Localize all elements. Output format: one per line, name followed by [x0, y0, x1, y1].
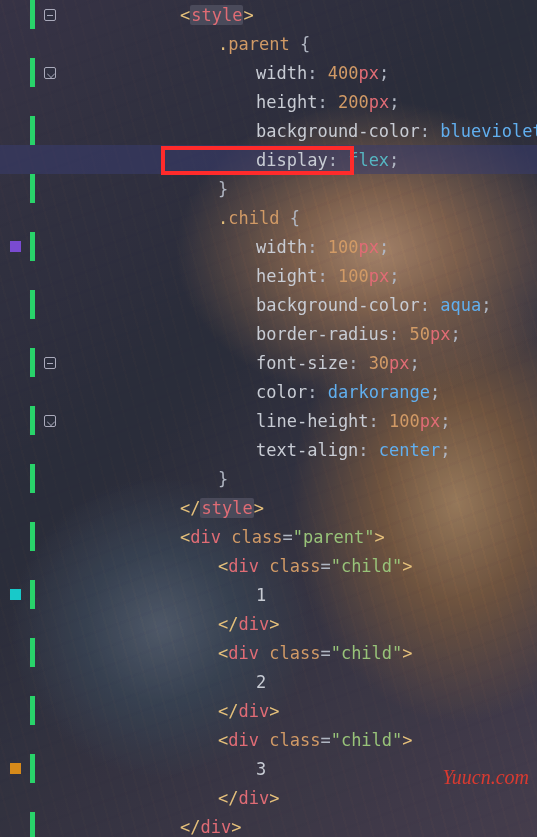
code-line: <style>	[0, 0, 537, 29]
code-content[interactable]: </div>	[0, 817, 241, 837]
code-line: color: darkorange;	[0, 377, 537, 406]
fold-collapse-icon[interactable]	[44, 9, 56, 21]
code-content[interactable]: <div class="child">	[0, 730, 413, 750]
fold-slot[interactable]	[35, 9, 65, 21]
code-line: text-align: center;	[0, 435, 537, 464]
code-line: width: 100px;	[0, 232, 537, 261]
code-line: .child {	[0, 203, 537, 232]
code-line: </div>	[0, 696, 537, 725]
code-content[interactable]: line-height: 100px;	[0, 411, 451, 431]
code-line: background-color: blueviolet;	[0, 116, 537, 145]
code-content[interactable]: <div class="child">	[0, 556, 413, 576]
code-content[interactable]: background-color: blueviolet;	[0, 121, 537, 141]
code-content[interactable]: 3	[0, 759, 266, 779]
code-content[interactable]: text-align: center;	[0, 440, 451, 460]
code-lines-container: <style>.parent {width: 400px;height: 200…	[0, 0, 537, 837]
code-line: background-color: aqua;	[0, 290, 537, 319]
code-content[interactable]: <div class="child">	[0, 643, 413, 663]
code-line: </div>	[0, 812, 537, 837]
code-content[interactable]: <div class="parent">	[0, 527, 385, 547]
code-line: height: 200px;	[0, 87, 537, 116]
code-content[interactable]: </div>	[0, 788, 279, 808]
code-line: .parent {	[0, 29, 537, 58]
code-line: display: flex;	[0, 145, 537, 174]
code-line: }	[0, 464, 537, 493]
code-content[interactable]: </div>	[0, 614, 279, 634]
code-line: font-size: 30px;	[0, 348, 537, 377]
code-content[interactable]: </style>	[0, 498, 264, 518]
code-content[interactable]: .child {	[0, 208, 300, 228]
code-content[interactable]: 2	[0, 672, 266, 692]
code-line: </style>	[0, 493, 537, 522]
code-content[interactable]: background-color: aqua;	[0, 295, 491, 315]
gutter-cell	[0, 0, 66, 29]
code-line: line-height: 100px;	[0, 406, 537, 435]
code-line: <div class="child">	[0, 725, 537, 754]
code-line: <div class="child">	[0, 551, 537, 580]
watermark: Yuucn.com	[443, 766, 529, 789]
code-content[interactable]: width: 400px;	[0, 63, 389, 83]
code-content[interactable]: }	[0, 179, 228, 199]
code-content[interactable]: }	[0, 469, 228, 489]
code-line: 1	[0, 580, 537, 609]
code-line: border-radius: 50px;	[0, 319, 537, 348]
code-line: }	[0, 174, 537, 203]
code-line: width: 400px;	[0, 58, 537, 87]
code-content[interactable]: height: 200px;	[0, 92, 399, 112]
code-line: </div>	[0, 609, 537, 638]
code-content[interactable]: .parent {	[0, 34, 310, 54]
code-line: height: 100px;	[0, 261, 537, 290]
code-content[interactable]: border-radius: 50px;	[0, 324, 461, 344]
code-line: 2	[0, 667, 537, 696]
code-content[interactable]: font-size: 30px;	[0, 353, 420, 373]
code-content[interactable]: width: 100px;	[0, 237, 389, 257]
code-content[interactable]: height: 100px;	[0, 266, 399, 286]
code-content[interactable]: display: flex;	[0, 150, 399, 170]
code-line: <div class="child">	[0, 638, 537, 667]
code-editor: <style>.parent {width: 400px;height: 200…	[0, 0, 537, 837]
code-content[interactable]: 1	[0, 585, 266, 605]
code-content[interactable]: color: darkorange;	[0, 382, 440, 402]
code-line: <div class="parent">	[0, 522, 537, 551]
code-content[interactable]: </div>	[0, 701, 279, 721]
